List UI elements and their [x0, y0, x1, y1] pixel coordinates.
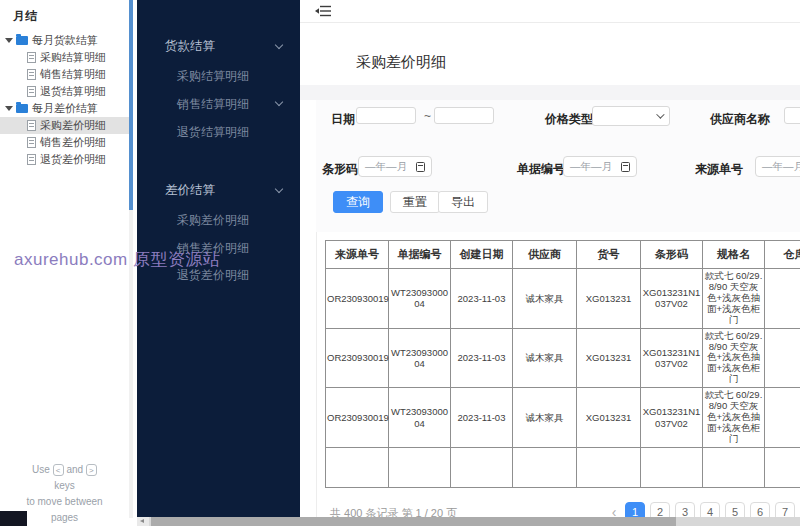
cell-source-no: OR230930019 — [326, 328, 389, 388]
cell-create-date: 2023-11-03 — [451, 388, 513, 448]
chevron-down-icon — [275, 41, 283, 49]
tree-node-monthly-payment[interactable]: 每月货款结算 — [0, 32, 129, 49]
col-header-barcode: 条形码 — [641, 241, 703, 269]
app-window: 月结 每月货款结算 采购结算明细 销售结算明细 退货结算明细 每月差价结算 采购… — [0, 0, 800, 526]
cell-supplier: 诚木家具 — [513, 388, 577, 448]
nav-group-label: 差价结算 — [165, 183, 215, 197]
barcode-date-picker[interactable]: —年—月 — [358, 156, 432, 177]
cell-create-date: 2023-11-03 — [451, 269, 513, 329]
tree-node-label: 退货差价明细 — [40, 152, 106, 167]
supplier-input[interactable] — [784, 107, 800, 124]
section-divider — [300, 85, 800, 100]
nav-item-purchase-settle[interactable]: 采购结算明细 — [177, 68, 249, 85]
scrollbar-left-arrow[interactable] — [137, 517, 149, 526]
hint-text: pages — [51, 512, 78, 523]
tree-node-return-diff[interactable]: 退货差价明细 — [0, 151, 129, 168]
cell-barcode: XG013231N1037V02 — [641, 328, 703, 388]
price-type-label: 价格类型 — [545, 111, 593, 128]
tree-expand-icon[interactable] — [5, 38, 13, 43]
tree-node-label: 采购差价明细 — [40, 118, 106, 133]
cell-supplier: 诚木家具 — [513, 328, 577, 388]
tree-node-sales-diff[interactable]: 销售差价明细 — [0, 134, 129, 151]
calendar-icon — [416, 162, 425, 172]
cell-empty — [641, 447, 703, 487]
barcode-label: 条形码 — [322, 161, 358, 178]
date-from-input[interactable] — [356, 107, 416, 124]
cell-barcode: XG013231N1037V02 — [641, 388, 703, 448]
cell-doc-no: WT2309300004 — [389, 388, 451, 448]
nav-item-sales-settle[interactable]: 销售结算明细 — [177, 96, 249, 113]
page-title: 采购差价明细 — [356, 53, 446, 72]
nav-group-label: 货款结算 — [165, 39, 215, 53]
menu-fold-icon[interactable] — [315, 5, 331, 17]
cell-item-no: XG013231 — [577, 388, 641, 448]
cell-create-date: 2023-11-03 — [451, 328, 513, 388]
date-placeholder: —年—月 — [762, 160, 800, 174]
tree-node-sales-settle[interactable]: 销售结算明细 — [0, 66, 129, 83]
cell-empty — [513, 447, 577, 487]
chevron-down-icon — [275, 98, 283, 106]
tree-node-label: 销售结算明细 — [40, 67, 106, 82]
file-icon — [27, 154, 36, 165]
table-header-row: 来源单号 单据编号 创建日期 供应商 货号 条形码 规格名 仓库数量 — [326, 241, 800, 269]
tree-node-purchase-diff[interactable]: 采购差价明细 — [0, 117, 129, 134]
reset-button[interactable]: 重置 — [390, 191, 440, 213]
tree-scrollbar[interactable] — [129, 0, 133, 518]
horizontal-scrollbar[interactable] — [137, 517, 800, 526]
cell-item-no: XG013231 — [577, 328, 641, 388]
file-icon — [27, 137, 36, 148]
export-button[interactable]: 导出 — [438, 191, 488, 213]
cell-doc-no: WT2309300004 — [389, 269, 451, 329]
cell-empty — [326, 447, 389, 487]
table-row[interactable]: OR230930019 WT2309300004 2023-11-03 诚木家具… — [326, 388, 800, 448]
cell-doc-no: WT2309300004 — [389, 328, 451, 388]
hint-text: keys — [54, 480, 75, 491]
search-button[interactable]: 查询 — [333, 191, 383, 213]
nav-group-diff-settle[interactable]: 差价结算 — [165, 182, 215, 199]
nav-item-return-diff[interactable]: 退货差价明细 — [177, 267, 249, 284]
tree-node-label: 销售差价明细 — [40, 135, 106, 150]
table-row[interactable]: OR230930019 WT2309300004 2023-11-03 诚木家具… — [326, 328, 800, 388]
tree-scrollbar-thumb[interactable] — [129, 0, 133, 210]
data-table-container: 来源单号 单据编号 创建日期 供应商 货号 条形码 规格名 仓库数量 OR230… — [325, 240, 800, 490]
col-header-supplier: 供应商 — [513, 241, 577, 269]
hint-text: to move between — [26, 496, 102, 507]
nav-group-payment-settle[interactable]: 货款结算 — [165, 38, 215, 55]
nav-item-sales-diff[interactable]: 销售差价明细 — [177, 240, 249, 257]
cell-item-no: XG013231 — [577, 269, 641, 329]
doc-no-date-picker[interactable]: —年—月 — [563, 156, 637, 177]
cell-spec-name: 款式七 60/29.8/90 天空灰色+浅灰色抽面+浅灰色柜门 — [703, 269, 765, 329]
tree-title: 月结 — [0, 0, 129, 32]
cell-empty — [765, 447, 800, 487]
date-to-input[interactable] — [434, 107, 494, 124]
nav-item-return-settle[interactable]: 退货结算明细 — [177, 124, 249, 141]
tree-node-purchase-settle[interactable]: 采购结算明细 — [0, 49, 129, 66]
calendar-icon — [621, 162, 630, 172]
nav-item-purchase-diff[interactable]: 采购差价明细 — [177, 212, 249, 229]
date-label: 日期 — [331, 111, 355, 128]
cell-warehouse-qty: 40 — [765, 388, 800, 448]
tree-node-return-settle[interactable]: 退货结算明细 — [0, 83, 129, 100]
folder-icon — [16, 104, 28, 113]
title-band: 采购差价明细 — [300, 24, 800, 85]
tree-node-label: 每月差价结算 — [32, 101, 98, 116]
left-key-icon: < — [53, 464, 64, 476]
file-icon — [27, 69, 36, 80]
file-icon — [27, 120, 36, 131]
tree-node-monthly-diff[interactable]: 每月差价结算 — [0, 100, 129, 117]
price-type-select[interactable] — [592, 106, 670, 126]
col-header-source-no: 来源单号 — [326, 241, 389, 269]
source-no-date-picker[interactable]: —年—月 — [755, 156, 800, 177]
nav-sidebar: 货款结算 采购结算明细 销售结算明细 退货结算明细 差价结算 采购差价明细 销售… — [137, 0, 300, 518]
cell-supplier: 诚木家具 — [513, 269, 577, 329]
tree-expand-icon[interactable] — [5, 106, 13, 111]
scrollbar-thumb[interactable] — [151, 517, 676, 526]
cell-empty — [389, 447, 451, 487]
cell-empty — [703, 447, 765, 487]
table-row[interactable]: OR230930019 WT2309300004 2023-11-03 诚木家具… — [326, 269, 800, 329]
tree-sidebar: 月结 每月货款结算 采购结算明细 销售结算明细 退货结算明细 每月差价结算 采购… — [0, 0, 129, 526]
cell-empty — [577, 447, 641, 487]
col-header-doc-no: 单据编号 — [389, 241, 451, 269]
chevron-down-icon — [275, 185, 283, 193]
cell-source-no: OR230930019 — [326, 388, 389, 448]
